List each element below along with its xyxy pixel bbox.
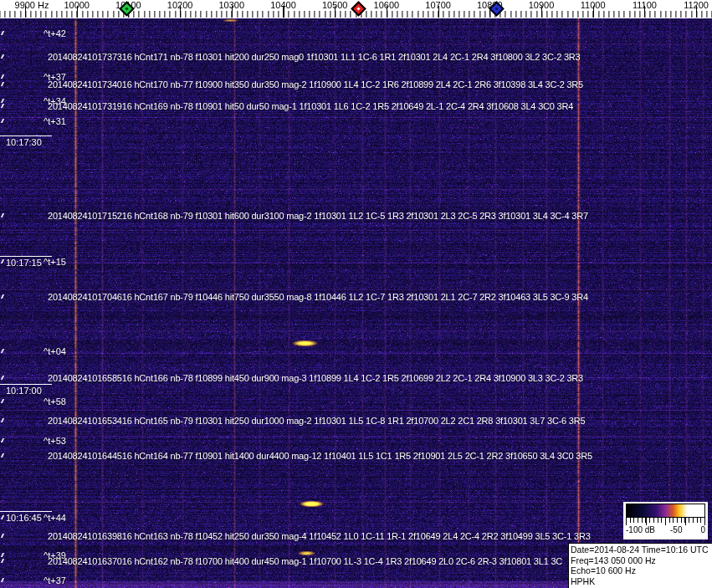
ruler-tick-label: 10200 <box>167 0 193 10</box>
db-legend-ticks <box>626 518 705 525</box>
db-color-scale <box>626 504 705 518</box>
info-box: Date=2014-08-24 Time=10:16 UTC Freq=143 … <box>568 543 712 588</box>
info-frequency: Freq=143 050 000 Hz <box>571 555 712 566</box>
db-label-min: -100 dB <box>626 525 655 535</box>
ruler-tick-label: 10000 <box>64 0 90 10</box>
info-echo: Echo=10 600 Hz <box>571 565 712 576</box>
db-label-mid: -50 <box>670 525 682 535</box>
spectrogram-waterfall <box>0 18 712 588</box>
ruler-tick-label: 10500 <box>322 0 348 10</box>
ruler-tick-label: 10700 <box>425 0 451 10</box>
frequency-ruler: 9900 Hz100001010010200103001040010500106… <box>0 0 712 18</box>
ruler-tick-label: 11100 <box>633 0 657 10</box>
info-date-time: Date=2014-08-24 Time=10:16 UTC <box>571 545 712 555</box>
ruler-tick-label: 11000 <box>581 0 606 10</box>
ruler-tick-label: 11200 <box>684 0 709 10</box>
info-callsign: HPHK <box>571 576 712 587</box>
ruler-tick-label: 10900 <box>529 0 555 10</box>
ruler-tick-label: 10600 <box>374 0 400 10</box>
ruler-tick-label: 10300 <box>219 0 245 10</box>
ruler-tick-label: 10400 <box>270 0 296 10</box>
ruler-tick-label: 9900 Hz <box>15 0 49 10</box>
db-label-max: 0 <box>700 525 705 535</box>
db-legend: -100 dB -50 0 <box>623 502 708 539</box>
spectrogram-app-window: 9900 Hz100001010010200103001040010500106… <box>0 0 712 588</box>
